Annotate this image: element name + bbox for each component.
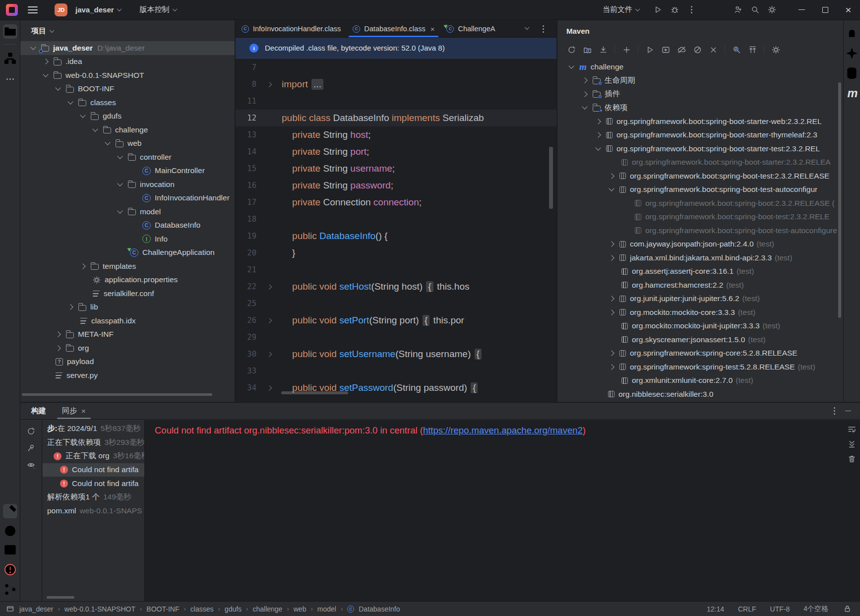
maven-tree-item[interactable]: org.springframework.boot:spring-boot-sta…	[557, 142, 843, 156]
maven-tree-item[interactable]: org.springframework.boot:spring-boot-tes…	[557, 224, 843, 238]
chevron-expanded-icon[interactable]	[80, 113, 85, 118]
project-tree-item[interactable]: .idea	[20, 55, 235, 69]
hide-panel-icon[interactable]	[843, 406, 853, 416]
version-control-icon[interactable]	[3, 582, 17, 597]
build-tree-scrollbar[interactable]	[47, 596, 74, 599]
chevron-expanded-icon[interactable]	[582, 104, 587, 110]
maven-tree-item[interactable]: org.springframework.boot:spring-boot:2.3…	[557, 196, 843, 210]
build-console[interactable]: Could not find artifact org.nibblesec:se…	[144, 420, 843, 601]
chevron-expanded-icon[interactable]	[609, 186, 614, 191]
maven-vertical-scrollbar[interactable]	[838, 82, 841, 318]
project-tree-item[interactable]: server.py	[20, 369, 235, 382]
maven-tree-item[interactable]: org.springframework.boot:spring-boot-sta…	[557, 156, 843, 170]
editor-options-icon[interactable]	[536, 25, 551, 33]
maven-tree-item[interactable]: org.springframework.boot:spring-boot-sta…	[557, 115, 843, 128]
project-tree-item[interactable]: ?payload	[20, 355, 235, 369]
build-tree-item[interactable]: 正在下载依赖项3秒293毫秒	[43, 436, 144, 450]
chevron-collapsed-icon[interactable]	[609, 351, 614, 356]
chevron-expanded-icon[interactable]	[92, 126, 98, 131]
soft-wrap-icon[interactable]	[847, 424, 857, 434]
project-tree-item[interactable]: java_deserD:\java_deser	[20, 41, 235, 55]
breadcrumb-item[interactable]: model	[317, 605, 336, 613]
tab-sync[interactable]: 同步×	[57, 403, 91, 419]
breadcrumb-item[interactable]: DatabaseInfo	[359, 605, 400, 613]
database-icon[interactable]	[845, 66, 859, 80]
maven-tree-item[interactable]: jakarta.xml.bind:jakarta.xml.bind-api:2.…	[557, 251, 843, 265]
project-panel-header[interactable]: 项目	[20, 20, 235, 41]
project-tree-item[interactable]: lib	[20, 301, 235, 314]
chevron-collapsed-icon[interactable]	[582, 78, 587, 83]
minimize-button[interactable]	[790, 0, 813, 20]
close-icon[interactable]: ×	[81, 407, 86, 415]
indent[interactable]: 4个空格	[803, 605, 828, 614]
chevron-collapsed-icon[interactable]	[55, 332, 61, 337]
breadcrumb-item[interactable]: classes	[190, 605, 214, 613]
build-tree-item[interactable]: !Could not find artifa	[43, 477, 144, 491]
maven-tree-item[interactable]: mchallenge	[557, 60, 843, 74]
maven-tree-item[interactable]: org.springframework:spring-test:5.2.8.RE…	[557, 360, 843, 374]
editor-tab[interactable]: CChallengeA	[440, 20, 501, 37]
maven-tree-item[interactable]: org.xmlunit:xmlunit-core:2.7.0(test)	[557, 374, 843, 388]
maven-repo-link[interactable]: https://repo.maven.apache.org/maven2	[423, 425, 583, 435]
fold-gutter[interactable]	[256, 319, 282, 322]
project-tree-item[interactable]: CMainController	[20, 164, 235, 178]
build-tree-item[interactable]: 步: 在 2024/9/15秒837毫秒	[43, 422, 144, 436]
project-tree-item[interactable]: classes	[20, 96, 235, 110]
fold-gutter[interactable]	[256, 386, 282, 390]
fold-gutter[interactable]	[256, 83, 282, 86]
close-tab-icon[interactable]: ×	[430, 25, 435, 33]
build-tree-item[interactable]: pom.xmlweb-0.0.1-SNAPS	[43, 504, 144, 518]
chevron-collapsed-icon[interactable]	[609, 296, 614, 302]
breadcrumb-item[interactable]: challenge	[252, 605, 282, 613]
project-tree-item[interactable]: controller	[20, 150, 235, 164]
more-actions-icon[interactable]	[683, 2, 700, 17]
encoding[interactable]: UTF-8	[770, 605, 790, 613]
chevron-collapsed-icon[interactable]	[80, 263, 85, 269]
main-menu-icon[interactable]	[28, 6, 38, 13]
eye-icon[interactable]	[26, 460, 36, 470]
run-configuration-selector[interactable]: 当前文件	[600, 3, 642, 16]
fold-gutter[interactable]	[256, 353, 282, 356]
maven-tool-icon[interactable]: m	[845, 86, 859, 100]
maven-tree-item[interactable]: org.springframework.boot:spring-boot-tes…	[557, 210, 843, 224]
project-tree-item[interactable]: CDatabaseInfo	[20, 219, 235, 233]
fold-gutter[interactable]	[256, 285, 282, 289]
project-tree-item[interactable]: BOOT-INF	[20, 82, 235, 96]
refresh-icon[interactable]	[26, 426, 36, 436]
scroll-to-end-icon[interactable]	[847, 439, 857, 449]
chevron-expanded-icon[interactable]	[105, 140, 110, 145]
chevron-expanded-icon[interactable]	[55, 85, 61, 91]
close-icon[interactable]	[706, 43, 720, 56]
chevron-collapsed-icon[interactable]	[609, 255, 614, 260]
editor-horizontal-scrollbar[interactable]	[281, 391, 348, 394]
skip-tests-icon[interactable]	[690, 43, 704, 56]
dependency-analyzer-icon[interactable]	[730, 43, 743, 56]
maven-tree-item[interactable]: ⚙插件	[557, 87, 843, 101]
execute-goal-icon[interactable]	[659, 43, 673, 56]
maximize-button[interactable]	[813, 0, 837, 20]
project-tree-item[interactable]: META-INF	[20, 328, 235, 342]
chevron-expanded-icon[interactable]	[595, 145, 601, 150]
chevron-collapsed-icon[interactable]	[609, 364, 614, 370]
code-editor[interactable]: 78import ...1112public class DatabaseInf…	[236, 59, 556, 402]
chevron-collapsed-icon[interactable]	[43, 59, 48, 64]
chevron-expanded-icon[interactable]	[568, 63, 574, 68]
chevron-collapsed-icon[interactable]	[609, 242, 614, 247]
chevron-expanded-icon[interactable]	[117, 153, 123, 159]
maven-tree-item[interactable]: org.mockito:mockito-junit-jupiter:3.3.3(…	[557, 319, 843, 333]
structure-icon[interactable]	[3, 51, 17, 65]
line-ending[interactable]: CRLF	[738, 605, 756, 613]
build-tree-item[interactable]: 解析依赖项 1 个149毫秒	[43, 491, 144, 504]
maven-tree-item[interactable]: org.assertj:assertj-core:3.16.1(test)	[557, 265, 843, 279]
maven-tree-item[interactable]: org.skyscreamer:jsonassert:1.5.0(test)	[557, 333, 843, 347]
editor-tab[interactable]: CDatabaseInfo.class×	[347, 20, 440, 37]
project-tree-item[interactable]: web	[20, 137, 235, 151]
chevron-expanded-icon[interactable]	[43, 71, 48, 77]
project-tree-item[interactable]: invocation	[20, 178, 235, 191]
chevron-expanded-icon[interactable]	[117, 208, 123, 213]
build-tool-icon[interactable]	[3, 504, 17, 518]
maven-settings-icon[interactable]	[769, 43, 783, 56]
project-tree-item[interactable]: serialkiller.conf	[20, 287, 235, 301]
build-tree-item[interactable]: !Could not find artifa	[43, 463, 144, 477]
breadcrumb-item[interactable]: BOOT-INF	[146, 605, 179, 613]
